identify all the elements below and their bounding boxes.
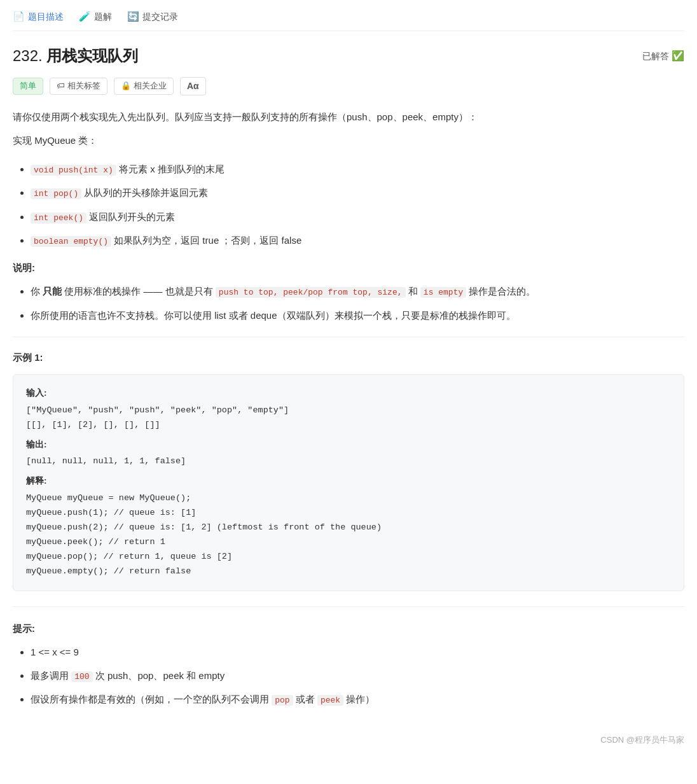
problem-title: 232. 用栈实现队列 (13, 44, 684, 68)
nav-description[interactable]: 📄 题目描述 (13, 9, 64, 24)
hint-item-3: 假设所有操作都是有效的（例如，一个空的队列不会调用 pop 或者 peek 操作… (31, 690, 684, 708)
nav-submissions[interactable]: 🔄 提交记录 (127, 9, 178, 24)
methods-list: void push(int x) 将元素 x 推到队列的末尾 int pop()… (13, 160, 684, 249)
note1-text-after: 操作是合法的。 (466, 286, 535, 297)
explanation-line: myQueue.pop(); // return 1, queue is [2] (26, 550, 671, 564)
note2-text: 你所使用的语言也许不支持栈。你可以使用 list 或者 deque（双端队列）来… (31, 310, 516, 321)
output-label: 输出: (26, 438, 671, 452)
explanation-line: myQueue.push(1); // queue is: [1] (26, 506, 671, 521)
note1-code2: is empty (420, 287, 466, 298)
solved-label: 已解答 (642, 49, 669, 63)
hint-item-1: 1 <= x <= 9 (31, 643, 684, 661)
note-item-2: 你所使用的语言也许不支持栈。你可以使用 list 或者 deque（双端队列）来… (31, 307, 684, 324)
example-section: 示例 1: 输入: ["MyQueue", "push", "push", "p… (13, 350, 684, 591)
implement-label: 实现 MyQueue 类： (13, 132, 684, 149)
hint2-text-after: 次 push、pop、peek 和 empty (93, 670, 225, 681)
method-empty: boolean empty() 如果队列为空，返回 true ；否则，返回 fa… (31, 232, 684, 249)
note1-text-middle: 和 (406, 286, 420, 297)
note-item-1: 你 只能 使用标准的栈操作 —— 也就是只有 push to top, peek… (31, 283, 684, 300)
hint3-text-after: 操作） (343, 694, 375, 704)
explanation-line: MyQueue myQueue = new MyQueue(); (26, 491, 671, 506)
hint2-code: 100 (71, 671, 92, 682)
tags-row: 简单 🏷 相关标签 🔒 相关企业 Aα (13, 77, 684, 95)
description-intro: 请你仅使用两个栈实现先入先出队列。队列应当支持一般队列支持的所有操作（push、… (13, 108, 684, 149)
solved-badge: 已解答 ✅ (642, 48, 684, 64)
description-icon: 📄 (13, 9, 25, 24)
explanation-line: myQueue.empty(); // return false (26, 564, 671, 579)
note1-code1: push to top, peek/pop from top, size, (216, 287, 406, 298)
solution-icon: 🧪 (79, 9, 91, 24)
hint3-text-middle: 或者 (293, 694, 317, 704)
explanation-lines: MyQueue myQueue = new MyQueue();myQueue.… (26, 491, 671, 579)
hint3-code1: pop (272, 695, 293, 706)
top-nav: 📄 题目描述 🧪 题解 🔄 提交记录 (13, 0, 684, 31)
tag-icon: 🏷 (57, 80, 65, 93)
method-empty-code: boolean empty() (31, 236, 111, 247)
font-size-button[interactable]: Aα (180, 77, 206, 95)
hints-section: 提示: 1 <= x <= 9 最多调用 100 次 push、pop、peek… (13, 620, 684, 708)
divider-2 (13, 606, 684, 607)
output-value: [null, null, null, 1, 1, false] (26, 454, 671, 469)
notes-list: 你 只能 使用标准的栈操作 —— 也就是只有 push to top, peek… (13, 283, 684, 323)
related-company-label: 相关企业 (134, 80, 167, 93)
input-line1: ["MyQueue", "push", "push", "peek", "pop… (26, 403, 671, 418)
problem-title-row: 已解答 ✅ 232. 用栈实现队列 (13, 44, 684, 68)
hint3-text-before: 假设所有操作都是有效的（例如，一个空的队列不会调用 (31, 694, 272, 704)
page-footer: CSDN @程序员牛马家 (13, 727, 684, 747)
method-peek: int peek() 返回队列开头的元素 (31, 208, 684, 225)
notes-section: 说明: 你 只能 使用标准的栈操作 —— 也就是只有 push to top, … (13, 259, 684, 323)
note1-text-before: 你 只能 使用标准的栈操作 —— 也就是只有 (31, 286, 216, 297)
problem-title-text: 用栈实现队列 (46, 47, 138, 64)
example-heading: 示例 1: (13, 350, 684, 365)
hint-item-2: 最多调用 100 次 push、pop、peek 和 empty (31, 667, 684, 684)
footer-text: CSDN @程序员牛马家 (600, 735, 684, 745)
method-pop-code: int pop() (31, 188, 81, 199)
nav-description-label: 题目描述 (28, 10, 64, 24)
related-company-button[interactable]: 🔒 相关企业 (114, 78, 174, 95)
solved-check-icon: ✅ (672, 48, 684, 64)
font-size-icon: Aα (187, 79, 199, 93)
related-tags-label: 相关标签 (67, 80, 100, 93)
explanation-line: myQueue.push(2); // queue is: [1, 2] (le… (26, 521, 671, 535)
hints-heading: 提示: (13, 620, 684, 637)
problem-number: 232. (13, 47, 43, 64)
lock-icon: 🔒 (121, 80, 131, 93)
related-tags-button[interactable]: 🏷 相关标签 (50, 78, 107, 95)
method-push: void push(int x) 将元素 x 推到队列的末尾 (31, 160, 684, 178)
difficulty-tag: 简单 (13, 78, 43, 95)
explanation-line: myQueue.peek(); // return 1 (26, 535, 671, 550)
hints-list: 1 <= x <= 9 最多调用 100 次 push、pop、peek 和 e… (13, 643, 684, 708)
notes-heading: 说明: (13, 259, 684, 276)
method-push-code: void push(int x) (31, 165, 116, 176)
nav-solution-label: 题解 (94, 10, 112, 24)
input-line2: [[], [1], [2], [], [], []] (26, 418, 671, 433)
hint1-text: 1 <= x <= 9 (31, 647, 79, 657)
input-label: 输入: (26, 386, 671, 401)
divider-1 (13, 337, 684, 337)
example-box: 输入: ["MyQueue", "push", "push", "peek", … (13, 374, 684, 591)
nav-solution[interactable]: 🧪 题解 (79, 9, 112, 24)
hint2-text-before: 最多调用 (31, 670, 71, 681)
page-container: 📄 题目描述 🧪 题解 🔄 提交记录 已解答 ✅ 232. 用栈实现队列 简单 … (0, 0, 697, 773)
intro-text: 请你仅使用两个栈实现先入先出队列。队列应当支持一般队列支持的所有操作（push、… (13, 108, 684, 125)
submissions-icon: 🔄 (127, 9, 139, 24)
method-pop: int pop() 从队列的开头移除并返回元素 (31, 184, 684, 201)
explanation-label: 解释: (26, 474, 671, 489)
hint3-code2: peek (317, 695, 343, 706)
method-peek-code: int peek() (31, 213, 86, 223)
nav-submissions-label: 提交记录 (142, 10, 178, 24)
